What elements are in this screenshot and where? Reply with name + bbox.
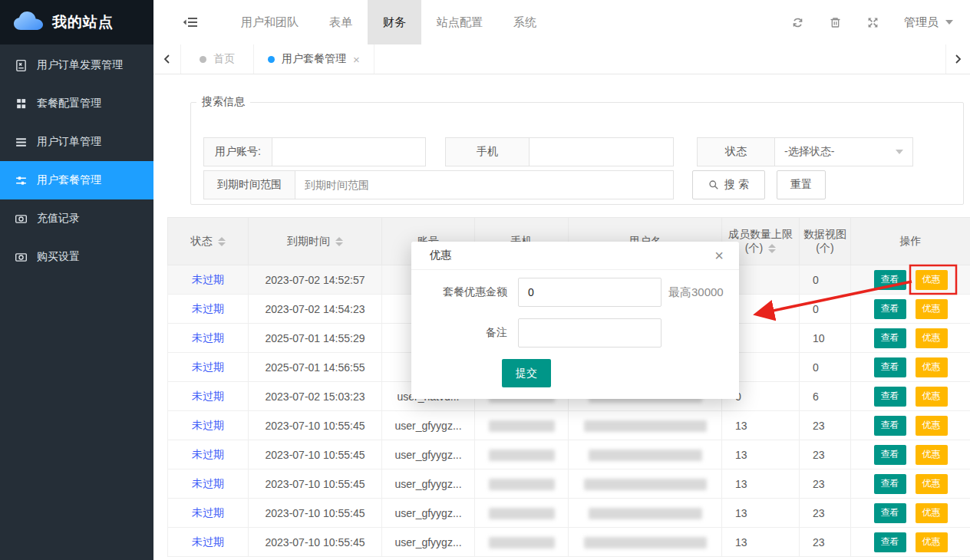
status-link[interactable]: 未过期 (192, 535, 224, 548)
view-button[interactable]: 查看 (874, 387, 906, 407)
expire-time-cell: 2023-07-10 10:55:45 (249, 469, 382, 499)
data-view-cell: 23 (800, 411, 851, 440)
status-link[interactable]: 未过期 (192, 419, 224, 431)
column-header[interactable]: 到期时间 (249, 218, 382, 265)
column-header-label: 操作 (900, 235, 922, 247)
submit-button[interactable]: 提交 (502, 359, 551, 387)
discount-button[interactable]: 优惠 (916, 532, 948, 552)
discount-button[interactable]: 优惠 (916, 328, 948, 348)
status-select[interactable]: -选择状态- (775, 137, 913, 166)
trash-icon[interactable] (829, 16, 842, 29)
status-cell: 未过期 (168, 440, 249, 469)
note-input[interactable] (518, 318, 662, 348)
data-view-cell: 23 (800, 499, 851, 528)
nav-users-teams[interactable]: 用户和团队 (226, 0, 314, 44)
nav-site-config[interactable]: 站点配置 (421, 0, 498, 44)
status-filter-group: 状态 -选择状态- (697, 137, 913, 166)
modal-header: 优惠 × (411, 242, 739, 270)
sidebar-item-order-management[interactable]: 用户订单管理 (0, 123, 153, 161)
redacted-username (589, 508, 702, 519)
tabs-scroll-left-icon[interactable] (153, 44, 181, 74)
tab-user-package-management[interactable]: 用户套餐管理 × (254, 44, 374, 74)
search-icon (708, 180, 719, 190)
view-button[interactable]: 查看 (874, 299, 906, 319)
view-button[interactable]: 查看 (874, 416, 906, 436)
sidebar-item-label: 充值记录 (37, 212, 80, 226)
data-view-cell: 10 (800, 324, 851, 353)
admin-menu[interactable]: 管理员 (904, 15, 953, 30)
discount-button[interactable]: 优惠 (916, 445, 948, 465)
tab-close-icon[interactable]: × (353, 53, 360, 66)
status-link[interactable]: 未过期 (192, 331, 224, 344)
status-cell: 未过期 (168, 324, 249, 353)
sort-icon[interactable] (335, 237, 343, 246)
sort-icon[interactable] (768, 244, 776, 253)
refresh-icon[interactable] (791, 16, 804, 29)
invoice-icon (15, 59, 28, 72)
view-button[interactable]: 查看 (874, 503, 906, 523)
date-range-input[interactable] (295, 170, 674, 199)
view-button[interactable]: 查看 (874, 357, 906, 377)
tab-home[interactable]: 首页 (181, 44, 254, 74)
purchase-icon (15, 251, 28, 264)
status-link[interactable]: 未过期 (192, 302, 224, 315)
actions-cell: 查看优惠 (851, 528, 970, 557)
view-button[interactable]: 查看 (874, 474, 906, 494)
discount-button[interactable]: 优惠 (916, 387, 948, 407)
nav-forms[interactable]: 表单 (314, 0, 368, 44)
account-input[interactable] (272, 137, 426, 166)
modal-title: 优惠 (430, 249, 451, 262)
member-limit-cell: 13 (722, 499, 800, 528)
discount-amount-row: 套餐优惠金额 最高30000 (411, 278, 739, 307)
collapse-menu-icon[interactable] (183, 16, 198, 28)
sidebar-item-package-config[interactable]: 套餐配置管理 (0, 84, 153, 123)
expire-time-cell: 2025-07-01 14:56:55 (249, 353, 382, 382)
actions-cell: 查看优惠 (851, 324, 970, 353)
sidebar-item-user-package-management[interactable]: 用户套餐管理 (0, 161, 153, 199)
account-cell: user_gfyygz... (382, 499, 475, 528)
search-button[interactable]: 搜 索 (692, 170, 765, 199)
column-header[interactable]: 状态 (168, 218, 249, 265)
data-view-cell: 0 (800, 353, 851, 382)
phone-cell (475, 528, 569, 557)
discount-button[interactable]: 优惠 (916, 503, 948, 523)
reset-button-label: 重置 (790, 178, 812, 192)
fullscreen-icon[interactable] (866, 16, 879, 29)
nav-finance[interactable]: 财务 (368, 0, 421, 44)
discount-button[interactable]: 优惠 (916, 299, 948, 319)
sort-icon[interactable] (218, 237, 226, 246)
column-header: 操作 (851, 218, 970, 265)
close-icon[interactable]: × (714, 248, 724, 263)
nav-system[interactable]: 系统 (498, 0, 552, 44)
discount-button[interactable]: 优惠 (916, 474, 948, 494)
reset-button[interactable]: 重置 (777, 170, 826, 199)
username-cell (569, 411, 722, 440)
tabs-scroll-right-icon[interactable] (945, 44, 970, 74)
account-cell: user_gfyygz... (382, 469, 475, 499)
view-button[interactable]: 查看 (874, 328, 906, 348)
view-button[interactable]: 查看 (874, 532, 906, 552)
data-view-cell: 23 (800, 440, 851, 469)
account-cell: user_gfyygz... (382, 528, 475, 557)
discount-amount-input[interactable] (518, 278, 662, 307)
view-button[interactable]: 查看 (874, 270, 906, 290)
status-link[interactable]: 未过期 (192, 448, 224, 460)
username-cell (569, 499, 722, 528)
redacted-phone (489, 508, 555, 519)
status-link[interactable]: 未过期 (192, 477, 224, 489)
phone-input[interactable] (530, 137, 674, 166)
discount-button[interactable]: 优惠 (916, 416, 948, 436)
note-row: 备注 (411, 318, 739, 348)
discount-button[interactable]: 优惠 (916, 357, 948, 377)
status-link[interactable]: 未过期 (192, 390, 224, 402)
column-header-label: 数据视图(个) (803, 228, 846, 254)
sidebar-item-recharge-records[interactable]: 充值记录 (0, 199, 153, 238)
discount-button[interactable]: 优惠 (916, 270, 948, 290)
status-link[interactable]: 未过期 (192, 361, 224, 373)
view-button[interactable]: 查看 (874, 445, 906, 465)
username-cell (569, 440, 722, 469)
sidebar-item-purchase-settings[interactable]: 购买设置 (0, 238, 153, 276)
status-link[interactable]: 未过期 (192, 506, 224, 519)
status-link[interactable]: 未过期 (192, 273, 224, 285)
sidebar-item-invoice-management[interactable]: 用户订单发票管理 (0, 46, 153, 84)
